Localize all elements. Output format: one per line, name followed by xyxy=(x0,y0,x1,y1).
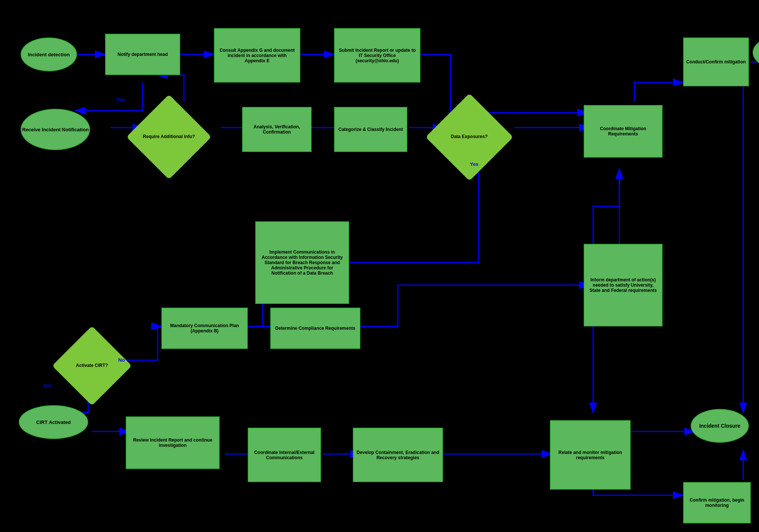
require-info-diamond-wrap: Require Additional Info? xyxy=(131,99,206,174)
implement-comms-rect: Implement Communications in Accordance w… xyxy=(255,221,349,304)
data-exposures-diamond-wrap: Data Exposures? xyxy=(432,99,507,174)
no-label-1: No xyxy=(118,357,125,363)
activate-cirt-label: Activate CIRT? xyxy=(76,363,108,369)
categorize-rect: Categorize & Classify Incident xyxy=(334,107,407,152)
confirm-mitigation-rect: Confirm mitigation, begin monitoring xyxy=(683,482,751,523)
activate-cirt-diamond-wrap: Activate CIRT? xyxy=(56,330,128,401)
incident-closure-1-oval: Incident Closure xyxy=(753,36,759,69)
notify-dept-rect: Notify department head xyxy=(105,34,180,75)
review-incident-rect: Review Incident Report and continue inve… xyxy=(126,416,220,469)
flowchart: Incident detection Notify department hea… xyxy=(0,0,759,532)
analysis-rect: Analysis, Verification, Confirmation xyxy=(242,107,312,152)
incident-detection-oval: Incident detection xyxy=(21,38,77,71)
yes-label-1: Yes xyxy=(116,97,125,102)
relate-monitor-rect: Relate and monitor mitigation requiremen… xyxy=(550,420,631,490)
conduct-confirm-rect: Conduct/Confirm mitigation xyxy=(683,38,749,86)
determine-compliance-rect: Determine Compliance Requirements xyxy=(270,308,360,349)
cirt-activated-oval: CIRT Activated xyxy=(19,405,88,439)
submit-report-rect: Submit Incident Report or update to IT S… xyxy=(334,28,420,83)
require-info-label: Require Additional Info? xyxy=(143,134,195,140)
coordinate-mitigation-rect: Coordinate Mitigation Requirements xyxy=(584,105,663,158)
incident-closure-2-oval: Incident Closure xyxy=(691,409,749,443)
coordinate-internal-rect: Coordinate Internal/External Communicati… xyxy=(248,428,321,482)
data-exposures-label: Data Exposures? xyxy=(451,134,488,140)
inform-dept-rect: Inform department of action(s) needed to… xyxy=(584,244,663,326)
yes-label-2: Yes xyxy=(470,161,478,167)
consult-appendix-rect: Consult Appendix G and document incident… xyxy=(214,28,300,83)
yes-label-3: Yes xyxy=(43,383,51,388)
mandatory-comm-rect: Mandatory Communication Plan (Appendix B… xyxy=(161,308,248,349)
develop-containment-rect: Develop Containment, Eradication and Rec… xyxy=(353,428,443,482)
receive-notification-oval: Receive Incident Notification xyxy=(21,109,90,150)
